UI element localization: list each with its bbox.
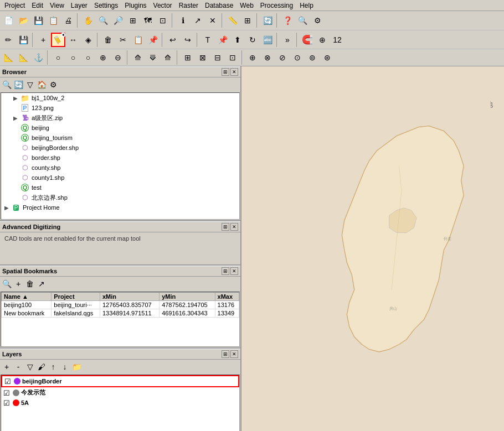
spatial-float-button[interactable]: ⊞ <box>222 267 229 275</box>
adv-tool-5[interactable]: ○ <box>66 50 80 65</box>
menu-database[interactable]: Database <box>202 1 236 10</box>
layer-group-button[interactable]: 📁 <box>71 361 82 372</box>
layer-item[interactable]: ☑ beijingBorder <box>1 375 239 387</box>
bookmark-zoom-button[interactable]: 🔍 <box>1 278 12 289</box>
settings-btn[interactable]: ⚙ <box>310 13 325 28</box>
search-btn[interactable]: 🔍 <box>295 13 310 28</box>
save-project-button[interactable]: 💾 <box>31 13 45 28</box>
browser-item[interactable]: ⬡ 北京边界.shp <box>1 193 239 202</box>
adv-tool-3[interactable]: ⚓ <box>31 50 45 65</box>
browser-settings-button[interactable]: ⚙ <box>48 79 59 90</box>
snap-button[interactable]: 🧲 <box>300 33 315 47</box>
adv-tool-15[interactable]: ⊡ <box>225 50 240 65</box>
browser-item[interactable]: ⬡ beijingBorder.shp <box>1 143 239 153</box>
browser-item[interactable]: P 123.png <box>1 103 239 113</box>
menu-plugins[interactable]: Plugins <box>121 1 150 10</box>
move-feature-button[interactable]: ↔ <box>66 33 80 47</box>
delete-selected-button[interactable]: 🗑 <box>101 33 115 47</box>
redo-button[interactable]: ↪ <box>181 33 195 47</box>
adv-tool-14[interactable]: ⊟ <box>210 50 225 65</box>
adv-close-button[interactable]: ✕ <box>230 223 238 231</box>
browser-float-button[interactable]: ⊞ <box>222 68 229 76</box>
browser-item[interactable]: Q beijing_tourism <box>1 133 239 143</box>
zoom-full-button[interactable]: ⊞ <box>126 13 140 28</box>
adv-tool-1[interactable]: 📐 <box>1 50 16 65</box>
menu-help[interactable]: Help <box>296 1 317 10</box>
open-project-button[interactable]: 📂 <box>16 13 30 28</box>
adv-tool-7[interactable]: ⊕ <box>96 50 110 65</box>
layer-item[interactable]: ☑ 5A <box>1 398 239 408</box>
bookmark-share-button[interactable]: ↗ <box>36 278 47 289</box>
identify-button[interactable]: ℹ <box>176 13 190 28</box>
layers-close-button[interactable]: ✕ <box>230 350 238 358</box>
adv-float-button[interactable]: ⊞ <box>222 223 229 231</box>
layer-down-button[interactable]: ↓ <box>59 361 70 372</box>
menu-web[interactable]: Web <box>236 1 256 10</box>
new-project-button[interactable]: 📄 <box>1 13 16 28</box>
layer-checkbox[interactable]: ☑ <box>4 377 12 385</box>
browser-content[interactable]: ▶ 📁 bj1_100w_2 P 123.png ▶ 🗜 a级景区.zip Q … <box>1 92 240 220</box>
more-btn[interactable]: » <box>280 33 295 47</box>
snap-mode-button[interactable]: ⊕ <box>315 33 330 47</box>
menu-processing[interactable]: Processing <box>257 1 296 10</box>
zoom-layer-button[interactable]: 🗺 <box>141 13 155 28</box>
adv-tool-17[interactable]: ⊗ <box>260 50 275 65</box>
layer-checkbox[interactable]: ☑ <box>3 389 11 397</box>
adv-tool-13[interactable]: ⊠ <box>196 50 210 65</box>
browser-item[interactable]: ▶ P Project Home <box>1 202 239 212</box>
layer-up-button[interactable]: ↑ <box>48 361 59 372</box>
adv-tool-12[interactable]: ⊞ <box>181 50 195 65</box>
toggle-edit-button[interactable]: ✏ <box>1 33 16 47</box>
adv-tool-11[interactable]: ⟰ <box>161 50 175 65</box>
layer-remove-button[interactable]: - <box>13 361 24 372</box>
browser-filter-button[interactable]: ▽ <box>24 79 35 90</box>
spatial-close-button[interactable]: ✕ <box>230 267 238 275</box>
adv-tool-9[interactable]: ⟰ <box>131 50 145 65</box>
menu-vector[interactable]: Vector <box>150 1 176 10</box>
browser-item[interactable]: ▶ 📁 bj1_100w_2 <box>1 93 239 103</box>
browser-add-button[interactable]: 🏠 <box>36 79 47 90</box>
label-move-button[interactable]: ⬆ <box>230 33 245 47</box>
browser-item[interactable]: Q test <box>1 183 239 193</box>
print-button[interactable]: 🖨 <box>61 13 75 28</box>
adv-tool-21[interactable]: ⊛ <box>320 50 335 65</box>
browser-item[interactable]: ▶ 🗜 a级景区.zip <box>1 113 239 123</box>
adv-tool-19[interactable]: ⊙ <box>290 50 305 65</box>
layer-item[interactable]: ☑ 今发示范 <box>1 387 239 398</box>
label-pin-button[interactable]: 📌 <box>215 33 230 47</box>
browser-close-button[interactable]: ✕ <box>230 68 238 76</box>
menu-raster[interactable]: Raster <box>176 1 202 10</box>
node-tool-button[interactable]: ◈ <box>81 33 95 47</box>
menu-project[interactable]: Project <box>1 1 28 10</box>
measure-button[interactable]: 📏 <box>225 13 240 28</box>
browser-item[interactable]: ⬡ county.shp <box>1 163 239 173</box>
menu-settings[interactable]: Settings <box>91 1 121 10</box>
refresh-button[interactable]: 🔄 <box>260 13 275 28</box>
adv-tool-16[interactable]: ⊕ <box>245 50 260 65</box>
pan-button[interactable]: ✋ <box>81 13 95 28</box>
copy-features-button[interactable]: 📋 <box>131 33 145 47</box>
menu-layer[interactable]: Layer <box>68 1 91 10</box>
layer-checkbox[interactable]: ☑ <box>3 399 11 407</box>
add-feature-button[interactable]: + <box>36 33 50 47</box>
zoom-selection-button[interactable]: ⊡ <box>156 13 170 28</box>
browser-item[interactable]: ⬡ county1.shp <box>1 173 239 183</box>
deselect-button[interactable]: ✕ <box>205 13 220 28</box>
help-btn[interactable]: ❓ <box>280 13 295 28</box>
layer-add-button[interactable]: + <box>1 361 12 372</box>
browser-search-button[interactable]: 🔍 <box>1 79 12 90</box>
attr-table-button[interactable]: ⊞ <box>240 13 255 28</box>
layer-filter-button[interactable]: ▽ <box>24 361 35 372</box>
menu-view[interactable]: View <box>47 1 68 10</box>
bookmark-row[interactable]: beijing100 beijing_touri··· 12765403.835… <box>2 301 239 309</box>
bookmark-row[interactable]: New bookmark fakeIsland.qgs 13348914.971… <box>2 309 239 318</box>
adv-tool-6[interactable]: ○ <box>81 50 95 65</box>
zoom-out-button[interactable]: 🔎 <box>111 13 125 28</box>
menu-edit[interactable]: Edit <box>28 1 47 10</box>
adv-tool-2[interactable]: 📐 <box>16 50 30 65</box>
label-rotate-button[interactable]: ↻ <box>245 33 260 47</box>
paste-features-button[interactable]: 📌 <box>146 33 160 47</box>
save-edits-button[interactable]: 💾 <box>16 33 30 47</box>
bookmark-add-button[interactable]: + <box>13 278 24 289</box>
adv-tool-4[interactable]: ○ <box>51 50 65 65</box>
